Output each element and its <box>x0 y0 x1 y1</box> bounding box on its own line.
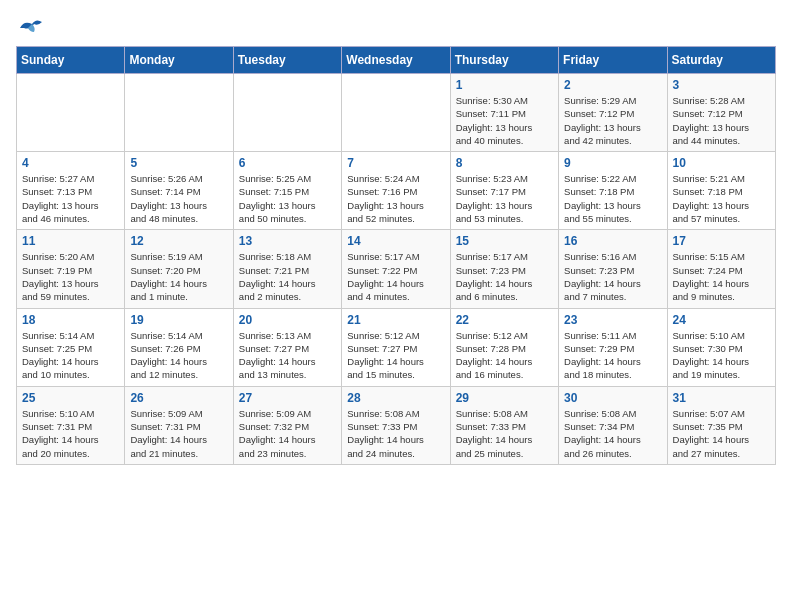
cell-info: Sunrise: 5:24 AM Sunset: 7:16 PM Dayligh… <box>347 172 444 225</box>
cell-info: Sunrise: 5:12 AM Sunset: 7:28 PM Dayligh… <box>456 329 553 382</box>
cell-day-number: 8 <box>456 156 553 170</box>
cell-info: Sunrise: 5:14 AM Sunset: 7:25 PM Dayligh… <box>22 329 119 382</box>
calendar-cell: 26Sunrise: 5:09 AM Sunset: 7:31 PM Dayli… <box>125 386 233 464</box>
calendar-cell: 16Sunrise: 5:16 AM Sunset: 7:23 PM Dayli… <box>559 230 667 308</box>
calendar-cell: 3Sunrise: 5:28 AM Sunset: 7:12 PM Daylig… <box>667 74 775 152</box>
cell-info: Sunrise: 5:10 AM Sunset: 7:31 PM Dayligh… <box>22 407 119 460</box>
cell-info: Sunrise: 5:20 AM Sunset: 7:19 PM Dayligh… <box>22 250 119 303</box>
calendar-week-row: 25Sunrise: 5:10 AM Sunset: 7:31 PM Dayli… <box>17 386 776 464</box>
calendar-header-row: SundayMondayTuesdayWednesdayThursdayFrid… <box>17 47 776 74</box>
cell-day-number: 10 <box>673 156 770 170</box>
cell-info: Sunrise: 5:18 AM Sunset: 7:21 PM Dayligh… <box>239 250 336 303</box>
cell-info: Sunrise: 5:16 AM Sunset: 7:23 PM Dayligh… <box>564 250 661 303</box>
calendar-week-row: 11Sunrise: 5:20 AM Sunset: 7:19 PM Dayli… <box>17 230 776 308</box>
calendar-week-row: 1Sunrise: 5:30 AM Sunset: 7:11 PM Daylig… <box>17 74 776 152</box>
calendar-week-row: 4Sunrise: 5:27 AM Sunset: 7:13 PM Daylig… <box>17 152 776 230</box>
cell-day-number: 9 <box>564 156 661 170</box>
calendar-week-row: 18Sunrise: 5:14 AM Sunset: 7:25 PM Dayli… <box>17 308 776 386</box>
cell-day-number: 25 <box>22 391 119 405</box>
cell-day-number: 31 <box>673 391 770 405</box>
cell-day-number: 12 <box>130 234 227 248</box>
cell-info: Sunrise: 5:17 AM Sunset: 7:23 PM Dayligh… <box>456 250 553 303</box>
cell-day-number: 20 <box>239 313 336 327</box>
cell-day-number: 28 <box>347 391 444 405</box>
cell-info: Sunrise: 5:12 AM Sunset: 7:27 PM Dayligh… <box>347 329 444 382</box>
calendar-cell <box>342 74 450 152</box>
cell-info: Sunrise: 5:09 AM Sunset: 7:31 PM Dayligh… <box>130 407 227 460</box>
cell-info: Sunrise: 5:30 AM Sunset: 7:11 PM Dayligh… <box>456 94 553 147</box>
cell-info: Sunrise: 5:23 AM Sunset: 7:17 PM Dayligh… <box>456 172 553 225</box>
calendar-cell: 19Sunrise: 5:14 AM Sunset: 7:26 PM Dayli… <box>125 308 233 386</box>
page-header <box>16 16 776 38</box>
calendar-cell: 7Sunrise: 5:24 AM Sunset: 7:16 PM Daylig… <box>342 152 450 230</box>
cell-day-number: 1 <box>456 78 553 92</box>
day-header-monday: Monday <box>125 47 233 74</box>
calendar-cell: 25Sunrise: 5:10 AM Sunset: 7:31 PM Dayli… <box>17 386 125 464</box>
cell-day-number: 3 <box>673 78 770 92</box>
calendar-cell: 31Sunrise: 5:07 AM Sunset: 7:35 PM Dayli… <box>667 386 775 464</box>
day-header-wednesday: Wednesday <box>342 47 450 74</box>
cell-day-number: 7 <box>347 156 444 170</box>
calendar-cell: 4Sunrise: 5:27 AM Sunset: 7:13 PM Daylig… <box>17 152 125 230</box>
cell-info: Sunrise: 5:07 AM Sunset: 7:35 PM Dayligh… <box>673 407 770 460</box>
logo <box>16 16 48 38</box>
cell-info: Sunrise: 5:27 AM Sunset: 7:13 PM Dayligh… <box>22 172 119 225</box>
cell-day-number: 11 <box>22 234 119 248</box>
calendar-cell: 10Sunrise: 5:21 AM Sunset: 7:18 PM Dayli… <box>667 152 775 230</box>
cell-day-number: 26 <box>130 391 227 405</box>
day-header-thursday: Thursday <box>450 47 558 74</box>
cell-info: Sunrise: 5:11 AM Sunset: 7:29 PM Dayligh… <box>564 329 661 382</box>
calendar-cell: 9Sunrise: 5:22 AM Sunset: 7:18 PM Daylig… <box>559 152 667 230</box>
calendar-cell <box>125 74 233 152</box>
calendar-cell: 17Sunrise: 5:15 AM Sunset: 7:24 PM Dayli… <box>667 230 775 308</box>
cell-day-number: 18 <box>22 313 119 327</box>
calendar-cell <box>17 74 125 152</box>
day-header-tuesday: Tuesday <box>233 47 341 74</box>
calendar-cell: 8Sunrise: 5:23 AM Sunset: 7:17 PM Daylig… <box>450 152 558 230</box>
calendar-cell: 23Sunrise: 5:11 AM Sunset: 7:29 PM Dayli… <box>559 308 667 386</box>
cell-info: Sunrise: 5:15 AM Sunset: 7:24 PM Dayligh… <box>673 250 770 303</box>
cell-info: Sunrise: 5:08 AM Sunset: 7:34 PM Dayligh… <box>564 407 661 460</box>
cell-info: Sunrise: 5:14 AM Sunset: 7:26 PM Dayligh… <box>130 329 227 382</box>
calendar-cell: 2Sunrise: 5:29 AM Sunset: 7:12 PM Daylig… <box>559 74 667 152</box>
cell-day-number: 16 <box>564 234 661 248</box>
calendar-cell: 27Sunrise: 5:09 AM Sunset: 7:32 PM Dayli… <box>233 386 341 464</box>
calendar-cell: 20Sunrise: 5:13 AM Sunset: 7:27 PM Dayli… <box>233 308 341 386</box>
cell-day-number: 5 <box>130 156 227 170</box>
cell-info: Sunrise: 5:28 AM Sunset: 7:12 PM Dayligh… <box>673 94 770 147</box>
calendar-cell: 28Sunrise: 5:08 AM Sunset: 7:33 PM Dayli… <box>342 386 450 464</box>
cell-day-number: 6 <box>239 156 336 170</box>
calendar-cell: 5Sunrise: 5:26 AM Sunset: 7:14 PM Daylig… <box>125 152 233 230</box>
cell-day-number: 15 <box>456 234 553 248</box>
day-header-friday: Friday <box>559 47 667 74</box>
cell-day-number: 29 <box>456 391 553 405</box>
cell-info: Sunrise: 5:19 AM Sunset: 7:20 PM Dayligh… <box>130 250 227 303</box>
cell-day-number: 27 <box>239 391 336 405</box>
cell-info: Sunrise: 5:09 AM Sunset: 7:32 PM Dayligh… <box>239 407 336 460</box>
calendar-cell: 22Sunrise: 5:12 AM Sunset: 7:28 PM Dayli… <box>450 308 558 386</box>
day-header-sunday: Sunday <box>17 47 125 74</box>
cell-info: Sunrise: 5:10 AM Sunset: 7:30 PM Dayligh… <box>673 329 770 382</box>
calendar-table: SundayMondayTuesdayWednesdayThursdayFrid… <box>16 46 776 465</box>
calendar-cell: 1Sunrise: 5:30 AM Sunset: 7:11 PM Daylig… <box>450 74 558 152</box>
cell-day-number: 22 <box>456 313 553 327</box>
cell-day-number: 4 <box>22 156 119 170</box>
calendar-cell: 12Sunrise: 5:19 AM Sunset: 7:20 PM Dayli… <box>125 230 233 308</box>
cell-info: Sunrise: 5:25 AM Sunset: 7:15 PM Dayligh… <box>239 172 336 225</box>
calendar-cell <box>233 74 341 152</box>
cell-info: Sunrise: 5:21 AM Sunset: 7:18 PM Dayligh… <box>673 172 770 225</box>
cell-info: Sunrise: 5:29 AM Sunset: 7:12 PM Dayligh… <box>564 94 661 147</box>
calendar-cell: 15Sunrise: 5:17 AM Sunset: 7:23 PM Dayli… <box>450 230 558 308</box>
calendar-cell: 24Sunrise: 5:10 AM Sunset: 7:30 PM Dayli… <box>667 308 775 386</box>
calendar-cell: 13Sunrise: 5:18 AM Sunset: 7:21 PM Dayli… <box>233 230 341 308</box>
calendar-cell: 18Sunrise: 5:14 AM Sunset: 7:25 PM Dayli… <box>17 308 125 386</box>
cell-day-number: 14 <box>347 234 444 248</box>
calendar-cell: 29Sunrise: 5:08 AM Sunset: 7:33 PM Dayli… <box>450 386 558 464</box>
cell-info: Sunrise: 5:08 AM Sunset: 7:33 PM Dayligh… <box>347 407 444 460</box>
cell-day-number: 23 <box>564 313 661 327</box>
cell-info: Sunrise: 5:08 AM Sunset: 7:33 PM Dayligh… <box>456 407 553 460</box>
calendar-cell: 6Sunrise: 5:25 AM Sunset: 7:15 PM Daylig… <box>233 152 341 230</box>
logo-icon <box>16 16 44 38</box>
day-header-saturday: Saturday <box>667 47 775 74</box>
cell-day-number: 13 <box>239 234 336 248</box>
